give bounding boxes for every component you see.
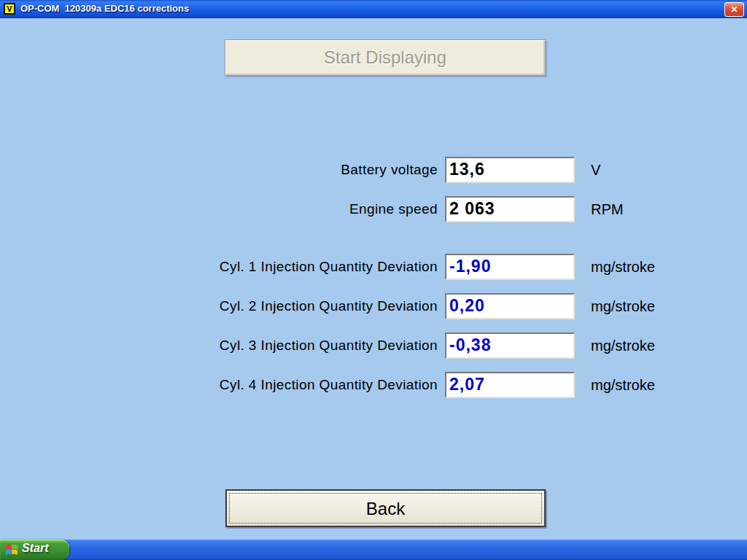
cyl3-deviation-row: Cyl. 3 Injection Quantity Deviation -0,3… xyxy=(0,332,747,359)
cyl1-deviation-field[interactable]: -1,90 xyxy=(445,254,575,280)
start-button-label: Start xyxy=(22,542,48,555)
battery-voltage-value: 13,6 xyxy=(446,158,573,180)
battery-voltage-row: Battery voltage 13,6 V xyxy=(0,157,747,183)
cyl3-deviation-value: -0,38 xyxy=(446,334,573,356)
back-button-label: Back xyxy=(229,493,542,524)
back-button[interactable]: Back xyxy=(225,489,546,527)
engine-speed-field[interactable]: 2 063 xyxy=(445,196,575,222)
engine-speed-row: Engine speed 2 063 RPM xyxy=(0,196,747,222)
cyl4-deviation-unit: mg/stroke xyxy=(591,372,655,398)
cyl2-deviation-unit: mg/stroke xyxy=(591,293,655,319)
titlebar: V OP-COM 120309a EDC16 corrections xyxy=(0,0,747,18)
close-icon[interactable] xyxy=(724,2,744,17)
battery-voltage-field[interactable]: 13,6 xyxy=(445,157,575,183)
cyl2-deviation-value: 0,20 xyxy=(446,295,573,316)
windows-logo-icon xyxy=(5,543,18,556)
battery-voltage-unit: V xyxy=(591,157,600,183)
window-title: OP-COM 120309a EDC16 corrections xyxy=(20,3,189,14)
engine-speed-value: 2 063 xyxy=(446,198,573,219)
cyl4-deviation-value: 2,07 xyxy=(446,373,573,395)
opcom-app-icon: V xyxy=(4,3,15,15)
battery-voltage-label: Battery voltage xyxy=(0,157,438,183)
cyl2-deviation-field[interactable]: 0,20 xyxy=(445,293,575,319)
cyl3-deviation-label: Cyl. 3 Injection Quantity Deviation xyxy=(0,332,438,359)
opcom-window: V OP-COM 120309a EDC16 corrections Start… xyxy=(0,0,747,560)
cyl2-deviation-label: Cyl. 2 Injection Quantity Deviation xyxy=(0,293,438,319)
cyl1-deviation-value: -1,90 xyxy=(446,255,573,277)
cyl4-deviation-row: Cyl. 4 Injection Quantity Deviation 2,07… xyxy=(0,372,747,398)
engine-speed-label: Engine speed xyxy=(0,196,438,222)
start-button[interactable]: Start xyxy=(0,540,69,560)
cyl1-deviation-label: Cyl. 1 Injection Quantity Deviation xyxy=(0,254,438,280)
cyl3-deviation-field[interactable]: -0,38 xyxy=(445,332,575,359)
cyl1-deviation-unit: mg/stroke xyxy=(591,254,655,280)
cyl3-deviation-unit: mg/stroke xyxy=(591,332,655,359)
cyl4-deviation-field[interactable]: 2,07 xyxy=(445,372,575,398)
taskbar: Start FTDI ID Faker 1.5 VAUX-COM CS xyxy=(0,540,747,560)
cyl1-deviation-row: Cyl. 1 Injection Quantity Deviation -1,9… xyxy=(0,254,747,280)
cyl4-deviation-label: Cyl. 4 Injection Quantity Deviation xyxy=(0,372,438,398)
cyl2-deviation-row: Cyl. 2 Injection Quantity Deviation 0,20… xyxy=(0,293,747,319)
engine-speed-unit: RPM xyxy=(591,196,623,222)
start-displaying-button[interactable]: Start Displaying xyxy=(225,39,546,76)
